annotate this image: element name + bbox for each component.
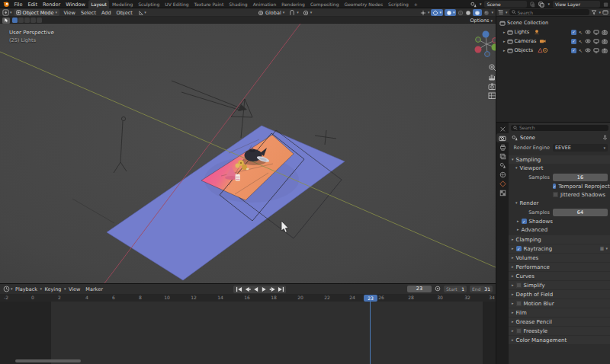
orientation-caret-icon[interactable]: ▾ <box>283 11 285 14</box>
current-frame-field[interactable]: 23 <box>407 286 432 292</box>
orientation-label[interactable]: Global <box>265 10 281 16</box>
shadows-row[interactable]: ▸ ✓ Shadows <box>509 217 610 225</box>
playhead-frame-badge[interactable]: 23 <box>364 295 377 302</box>
tab-world-icon[interactable] <box>496 170 509 179</box>
editor-type-icon[interactable] <box>2 9 10 16</box>
tab-output-icon[interactable] <box>496 142 509 152</box>
exclude-checkbox[interactable]: ✓ <box>571 30 576 35</box>
filter-caret-icon[interactable]: ▾ <box>599 11 601 14</box>
panel-clamping[interactable]: ▸ Clamping <box>509 235 610 244</box>
gizmo-toggle-icon[interactable] <box>420 10 426 16</box>
viewport-disable-icon[interactable] <box>593 39 599 44</box>
editor-type-caret-icon[interactable]: ▾ <box>10 11 12 14</box>
menu-view[interactable]: View <box>61 10 78 16</box>
panel-motion-blur[interactable]: ▸ Motion Blur <box>509 299 610 308</box>
xray-toggle[interactable]: ▾ <box>445 9 457 16</box>
outliner-editor-caret-icon[interactable]: ▾ <box>506 11 508 14</box>
expand-icon[interactable]: ▸ <box>503 40 506 43</box>
subpanel-viewport[interactable]: ▾ Viewport <box>509 164 610 172</box>
menu-object[interactable]: Object <box>114 10 135 16</box>
hide-eye-icon[interactable] <box>585 48 591 53</box>
active-tool-select-box-icon[interactable] <box>2 18 10 24</box>
properties-search-input[interactable]: Search <box>511 125 608 131</box>
auto-keying-icon[interactable] <box>435 286 441 292</box>
filter-funnel-icon[interactable] <box>591 9 597 15</box>
menu-edit[interactable]: Edit <box>25 2 40 8</box>
panel-simplify[interactable]: ▸ Simplify <box>509 281 610 289</box>
tab-tool-icon[interactable] <box>496 124 509 133</box>
scene-selector[interactable]: Scene <box>484 1 527 8</box>
previous-keyframe-button[interactable] <box>243 286 251 292</box>
panel-grease-pencil[interactable]: ▸ Grease Pencil <box>509 318 610 326</box>
menu-add[interactable]: Add <box>98 10 114 16</box>
pin-icon[interactable] <box>602 135 608 141</box>
render-engine-dropdown[interactable]: EEVEE ▾ <box>553 144 608 152</box>
tab-rendering[interactable]: Rendering <box>279 0 308 8</box>
viewport-samples-field[interactable]: 16 <box>553 174 608 181</box>
tab-texture-paint[interactable]: Texture Paint <box>191 0 226 8</box>
exclude-checkbox[interactable]: ✓ <box>571 39 576 44</box>
scene-copy-icon[interactable] <box>530 2 535 8</box>
outliner-row-lights[interactable]: ▸ Lights ✓ ↖ <box>496 27 610 37</box>
outliner-row-objects[interactable]: ▸ Objects ✓ ↖ <box>496 46 610 55</box>
options-button[interactable]: Options ▾ <box>470 18 493 24</box>
render-samples-field[interactable]: 64 <box>553 209 608 216</box>
motion-blur-checkbox[interactable] <box>516 301 522 306</box>
render-disable-icon[interactable] <box>602 30 608 35</box>
jump-to-start-button[interactable] <box>235 286 242 292</box>
render-disable-icon[interactable] <box>602 39 608 44</box>
panel-raytracing[interactable]: ▸ ✓ Raytracing ≣ ▾ <box>509 244 610 253</box>
advanced-row[interactable]: ▸ Advanced <box>509 225 610 234</box>
expand-icon[interactable]: ▸ <box>503 30 506 34</box>
temporal-checkbox[interactable]: ✓ <box>553 184 556 189</box>
view-layer-caret-icon[interactable]: ▾ <box>547 2 550 6</box>
tab-data-icon[interactable] <box>496 188 509 197</box>
interaction-mode-icon[interactable] <box>138 10 144 16</box>
view-layer-add-icon[interactable] <box>603 2 608 8</box>
panel-color-management[interactable]: ▸ Color Management <box>509 336 610 344</box>
flower-3[interactable] <box>242 164 247 170</box>
tab-object-icon[interactable] <box>496 179 509 188</box>
interaction-mode-caret-icon[interactable]: ▾ <box>144 11 146 14</box>
panel-performance[interactable]: ▸ Performance <box>509 263 610 271</box>
shading-rendered-icon[interactable] <box>483 10 490 16</box>
shadows-checkbox[interactable]: ✓ <box>522 219 527 224</box>
select-mode-extend-button[interactable] <box>18 18 24 23</box>
temporal-reprojection-row[interactable]: ✓ Temporal Reprojecti... <box>509 182 610 190</box>
tab-geometry-nodes[interactable]: Geometry Nodes <box>342 0 386 8</box>
panel-curves[interactable]: ▸ Curves <box>509 272 610 280</box>
start-frame-field[interactable]: Start 1 <box>444 286 467 292</box>
panel-volumes[interactable]: ▸ Volumes <box>509 254 610 262</box>
tab-modeling[interactable]: Modeling <box>109 0 135 8</box>
tab-uv-editing[interactable]: UV Editing <box>162 0 191 8</box>
end-frame-field[interactable]: End 31 <box>470 286 493 292</box>
raytracing-presets-icon[interactable]: ≣ <box>600 246 605 252</box>
orientation-icon[interactable] <box>258 10 264 16</box>
render-disable-icon[interactable] <box>602 48 608 53</box>
viewport-3d[interactable]: User Perspective (25) Lights <box>0 24 496 283</box>
outliner-search-input[interactable]: Search <box>509 9 590 15</box>
timeline-track-area[interactable] <box>0 302 496 364</box>
tab-layout[interactable]: Layout <box>88 0 109 8</box>
scene-selector-caret-icon[interactable]: ▾ <box>480 2 482 6</box>
gizmo-z-neg[interactable] <box>485 52 490 57</box>
select-mode-intersect-button[interactable] <box>37 18 42 23</box>
view-layer-selector[interactable]: View Layer <box>553 1 600 8</box>
exclude-checkbox[interactable]: ✓ <box>571 48 576 53</box>
tab-animation[interactable]: Animation <box>250 0 279 8</box>
menu-view[interactable]: View <box>66 286 82 292</box>
gizmo-z-axis[interactable] <box>483 31 490 38</box>
timeline-scrollbar[interactable] <box>15 359 81 362</box>
panel-sampling[interactable]: ▾ Sampling <box>509 155 610 164</box>
tab-compositing[interactable]: Compositing <box>307 0 342 8</box>
selectable-toggle-icon[interactable]: ↖ <box>579 39 583 44</box>
flower-2[interactable] <box>236 164 240 168</box>
raytracing-caret-icon[interactable]: ▾ <box>605 247 608 251</box>
expand-icon[interactable]: ▸ <box>503 49 506 53</box>
mode-selector[interactable]: Object Mode ▾ <box>14 9 59 16</box>
outliner-row-cameras[interactable]: ▸ Cameras ✓ ↖ <box>496 37 610 46</box>
hide-eye-icon[interactable] <box>585 30 591 34</box>
raytracing-checkbox[interactable]: ✓ <box>516 246 522 251</box>
shading-solid-icon[interactable] <box>465 10 471 16</box>
menu-window[interactable]: Window <box>63 2 88 8</box>
